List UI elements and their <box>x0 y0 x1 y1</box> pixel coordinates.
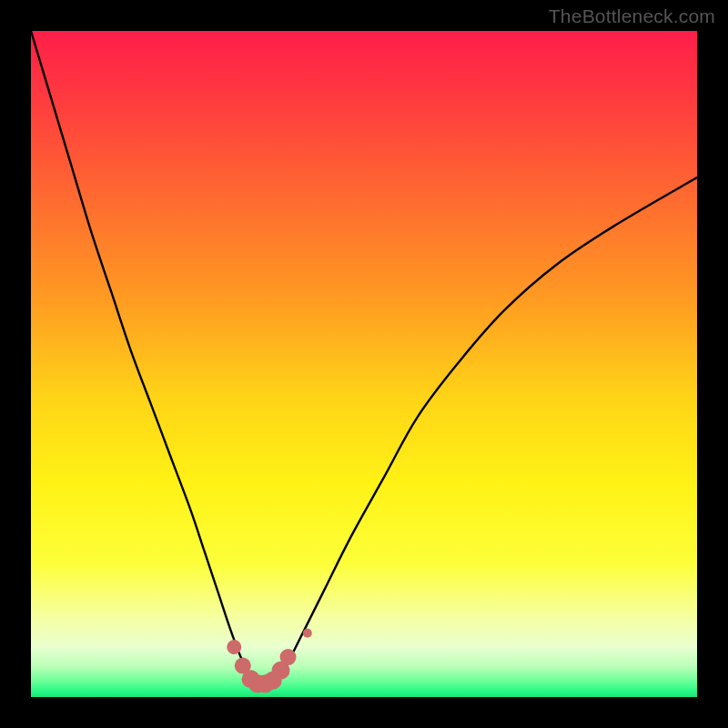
optimum-marker <box>280 649 297 665</box>
optimum-marker <box>303 629 312 638</box>
plot-area <box>31 31 697 697</box>
chart-frame: TheBottleneck.com <box>0 0 728 728</box>
curve-svg <box>31 31 697 697</box>
bottleneck-curve <box>31 31 697 689</box>
optimum-marker <box>227 640 241 654</box>
watermark-text: TheBottleneck.com <box>549 5 715 27</box>
